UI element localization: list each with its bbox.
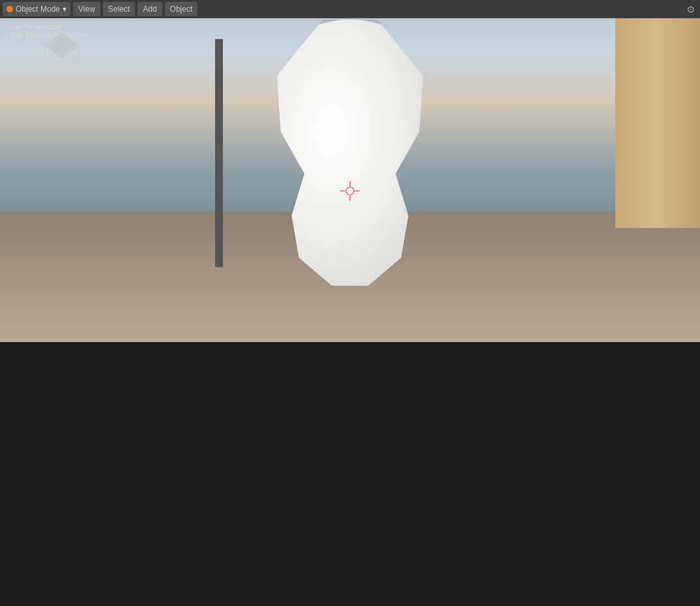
viewport-header: Object Mode ▾ View Select Add Object bbox=[0, 0, 700, 18]
viewport-top-right-icons: ⊙ bbox=[682, 0, 700, 18]
overlay-icon[interactable]: ⊙ bbox=[687, 4, 695, 14]
scene-lamp bbox=[215, 39, 223, 267]
view-button[interactable]: View bbox=[73, 2, 100, 16]
viewport[interactable]: Object Mode ▾ View Select Add Object Use… bbox=[0, 0, 700, 342]
nav-cube-svg bbox=[39, 26, 85, 72]
scene-building bbox=[615, 0, 700, 228]
svg-point-4 bbox=[346, 187, 354, 195]
object-button[interactable]: Object bbox=[165, 2, 198, 16]
mode-label: Object Mode bbox=[16, 5, 60, 14]
object-mode-selector[interactable]: Object Mode ▾ bbox=[3, 2, 70, 16]
select-button[interactable]: Select bbox=[103, 2, 135, 16]
mode-icon bbox=[7, 6, 13, 12]
crosshair-cursor bbox=[340, 181, 360, 201]
ice-cream-mesh bbox=[259, 20, 441, 300]
mode-chevron: ▾ bbox=[63, 5, 66, 14]
add-button[interactable]: Add bbox=[138, 2, 162, 16]
scene-object bbox=[259, 20, 441, 300]
navigation-cube[interactable] bbox=[39, 26, 85, 72]
